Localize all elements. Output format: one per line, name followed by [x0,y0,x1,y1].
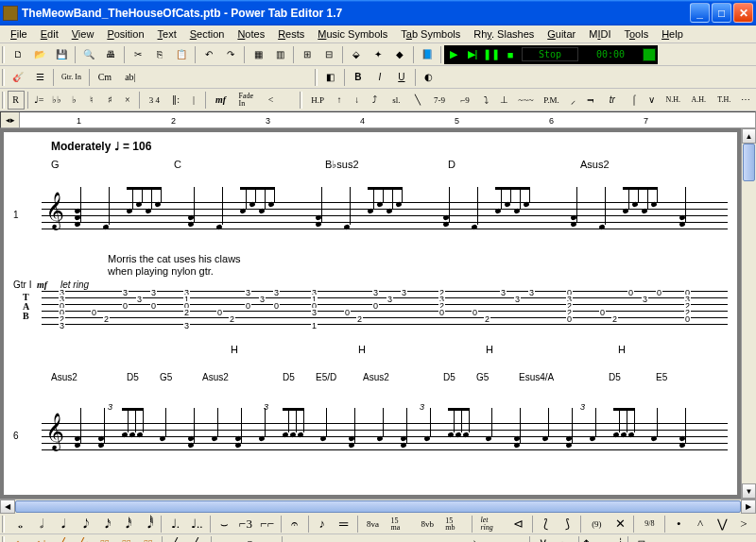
play-button[interactable]: ▶ [446,47,461,62]
tuning-button[interactable]: ☰ [29,68,50,87]
scroll-thumb[interactable] [743,144,755,181]
scroll-thumb[interactable] [15,500,741,513]
nh-button[interactable]: N.H. [661,91,685,110]
rest-button[interactable]: ▪ [440,535,461,543]
more-button[interactable]: ⋯ [737,91,754,110]
tempo-button[interactable]: ♩= [30,91,47,110]
half-note-button[interactable]: 𝅗𝅥 [29,515,50,534]
muted-button[interactable]: ✕ [610,515,630,534]
bold-button[interactable]: B [348,68,369,87]
tool-button[interactable]: ⟆ [557,515,577,534]
thirtysecond-note-button[interactable]: 𝅘𝅥𝅰 [116,515,137,534]
slash-sixteenth-button[interactable]: ╱𝅯 [94,535,115,543]
th-button[interactable]: T.H. [712,91,736,110]
slash-tie-button[interactable]: ⌣ [215,535,235,543]
menu-rests[interactable]: Rests [271,26,311,42]
arrow-down-button[interactable]: ↓ [349,91,366,110]
arpeggio-up-button[interactable]: ⇡⫬ [582,535,603,543]
grip-icon[interactable] [2,46,5,63]
rest-button[interactable]: 𝄽 [462,535,483,543]
8va-button[interactable]: 8va [361,515,386,534]
grace-note-button[interactable]: ♪ [312,515,333,534]
horizontal-scrollbar[interactable]: ◀ ▶ [0,499,756,514]
scroll-track[interactable] [15,500,741,514]
chord-name-button[interactable]: Cm [93,68,117,87]
grip-icon[interactable] [2,536,5,543]
tap-button[interactable]: ⊥ [496,91,513,110]
grouping-button[interactable]: ⌐⌐ [257,515,278,534]
accent-button[interactable]: ∨ [644,91,661,110]
tool-button[interactable]: ◐ [419,68,439,87]
arrow-up-button[interactable]: ↑ [331,91,348,110]
rest-button[interactable]: 𝄿 [506,535,526,543]
slash-ddotted-button[interactable]: ╱.. [187,535,208,543]
slash-whole-button[interactable]: ◇ [8,535,28,543]
double-dotted-button[interactable]: ♩.. [186,515,207,534]
tie-button[interactable]: ⌣ [214,515,234,534]
fade-button[interactable]: Fade In [234,91,262,110]
barline-button[interactable]: | [185,91,202,110]
gtr-in-button[interactable]: Gtr. In [57,68,86,87]
arpeggio-button[interactable]: ⫬ [582,91,599,110]
tool-button[interactable]: ✦ [368,45,388,64]
grip-icon[interactable] [315,69,318,86]
maximize-button[interactable]: □ [712,3,731,23]
slash-eighth-button[interactable]: ╱♪ [73,535,94,543]
italic-button[interactable]: I [369,68,390,87]
arpeggio-down-button[interactable]: ⫬⇣ [604,535,625,543]
menu-section[interactable]: Section [183,26,232,42]
pause-button[interactable]: ❚❚ [484,47,499,62]
hp-button[interactable]: H.P [305,91,330,110]
irregular-button[interactable]: 9/8 [637,515,662,534]
slide9-button[interactable]: ⌐9 [453,91,477,110]
close-button[interactable]: ✕ [733,3,753,23]
play-from-button[interactable]: ▶| [465,47,480,62]
vibrato-button[interactable]: ~~~ [513,91,538,110]
menu-notes[interactable]: Notes [231,26,271,42]
slash-quarter-button[interactable]: ╱ [51,535,72,543]
bend-button[interactable]: ⤴ [367,91,384,110]
grip-icon[interactable] [2,92,5,109]
tool-button[interactable]: ⟅ [536,515,557,534]
palm-mute-button[interactable]: P.M. [539,91,563,110]
dsharp-button[interactable]: × [119,91,136,110]
tool-button[interactable]: ▦ [248,45,268,64]
cresc-button[interactable]: < [263,91,280,110]
paste-button[interactable]: 📋 [171,45,192,64]
undo-button[interactable]: ↶ [198,45,219,64]
sixtyfourth-note-button[interactable]: 𝅘𝅥𝅱 [137,515,158,534]
menu-text[interactable]: Text [151,26,183,42]
new-button[interactable]: 🗋 [8,45,28,64]
slash-dotted-button[interactable]: ╱. [165,535,186,543]
tool-button[interactable]: ⊟ [318,45,339,64]
tool-button[interactable]: ⬙ [346,45,367,64]
menu-guitar[interactable]: Guitar [541,26,582,42]
whole-note-button[interactable]: 𝅝 [8,515,28,534]
menu-tools[interactable]: Tools [617,26,655,42]
slash-group-button[interactable]: ⌐⌐ [258,535,279,543]
tool-button[interactable]: ⧈ [653,535,674,543]
dflat-button[interactable]: ♭♭ [48,91,65,110]
slide-out-button[interactable]: ⤵ [478,91,495,110]
fermata-button[interactable]: 𝄐 [284,515,305,534]
multirest-button[interactable]: ═ [334,515,354,534]
dotted-button[interactable]: ♩. [164,515,185,534]
8vb-button[interactable]: 8vb [415,515,439,534]
print-preview-button[interactable]: 🔍 [78,45,99,64]
menu-edit[interactable]: Edit [34,26,65,42]
15ma-button[interactable]: 15 ma [387,515,415,534]
print-button[interactable]: 🖶 [100,45,121,64]
tremolo-button[interactable]: ⸝ [564,91,581,110]
grip-icon[interactable] [2,516,5,533]
menu-tab-symbols[interactable]: Tab Symbols [394,26,467,42]
tremolo-pick-button[interactable]: ⌠ [626,91,643,110]
underline-button[interactable]: U [391,68,412,87]
timesig-button[interactable]: 3 4 [142,91,166,110]
slash-64-button[interactable]: ╱𝅱 [138,535,159,543]
tool-button[interactable]: ⧉ [631,535,652,543]
ghost-note-button[interactable]: (9) [584,515,609,534]
tool-button[interactable]: ◆ [389,45,410,64]
natural-button[interactable]: ♮ [83,91,100,110]
sharp-button[interactable]: ♯ [101,91,118,110]
volume-swell-button[interactable]: ⊲ [508,515,529,534]
